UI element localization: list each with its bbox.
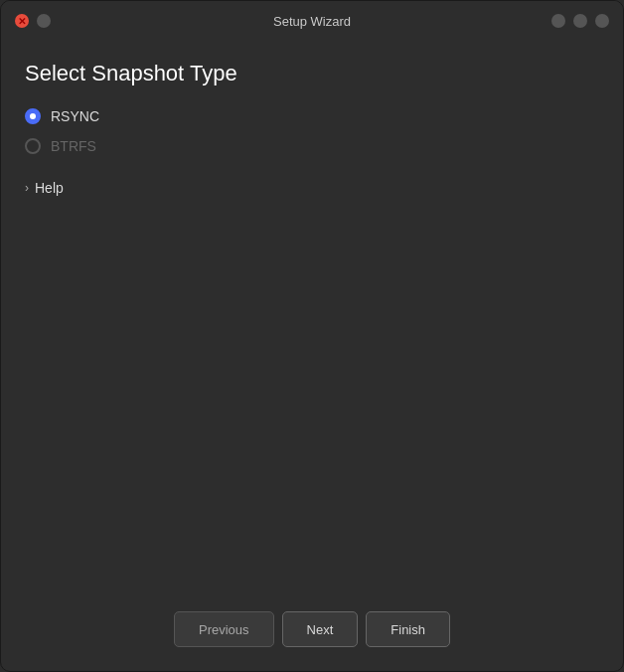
titlebar: ✕ Setup Wizard — [1, 1, 623, 41]
titlebar-left: ✕ — [15, 14, 51, 28]
rsync-radio[interactable] — [25, 108, 41, 124]
setup-wizard-window: ✕ Setup Wizard Select Snapshot Type RSYN… — [0, 0, 624, 672]
finish-button[interactable]: Finish — [366, 611, 450, 647]
maximize-button[interactable] — [573, 14, 587, 28]
minimize-button[interactable] — [551, 14, 565, 28]
btrfs-label: BTRFS — [51, 138, 96, 154]
titlebar-dot — [37, 14, 51, 28]
help-label: Help — [35, 180, 64, 196]
btrfs-radio[interactable] — [25, 138, 41, 154]
help-row[interactable]: › Help — [25, 180, 599, 196]
previous-button[interactable]: Previous — [174, 611, 274, 647]
close-button[interactable]: ✕ — [15, 14, 29, 28]
chevron-right-icon: › — [25, 181, 29, 195]
window-title: Setup Wizard — [273, 14, 351, 29]
btrfs-option[interactable]: BTRFS — [25, 138, 599, 154]
footer: Previous Next Finish — [1, 595, 623, 671]
page-title: Select Snapshot Type — [25, 61, 599, 86]
titlebar-controls — [551, 14, 609, 28]
next-button[interactable]: Next — [282, 611, 359, 647]
rsync-label: RSYNC — [51, 108, 99, 124]
snapshot-type-group: RSYNC BTRFS — [25, 108, 599, 154]
main-content: Select Snapshot Type RSYNC BTRFS › Help — [1, 41, 623, 595]
spacer — [25, 196, 599, 586]
close-icon: ✕ — [18, 17, 26, 25]
close-button-right[interactable] — [595, 14, 609, 28]
rsync-option[interactable]: RSYNC — [25, 108, 599, 124]
